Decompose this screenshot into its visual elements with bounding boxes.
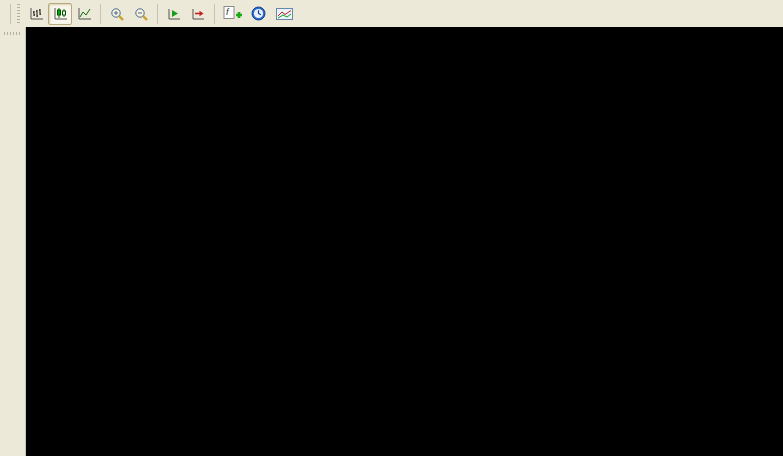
drawing-toolbar xyxy=(0,27,26,456)
bar-chart-button[interactable] xyxy=(24,3,48,25)
chart-shift-icon xyxy=(190,6,207,22)
candlestick-chart-button[interactable] xyxy=(48,3,72,25)
zoom-out-button[interactable] xyxy=(129,3,153,25)
line-chart-button[interactable] xyxy=(72,3,96,25)
zoom-in-button[interactable] xyxy=(105,3,129,25)
auto-scroll-icon xyxy=(166,6,183,22)
mt4-window: f xyxy=(0,0,783,456)
candlestick-chart-icon xyxy=(52,6,69,22)
toolbar-grip xyxy=(4,32,22,35)
toolbar-separator xyxy=(157,4,158,24)
templates-icon xyxy=(275,6,294,22)
chart-shift-button[interactable] xyxy=(186,3,210,25)
templates-button[interactable] xyxy=(272,3,299,25)
periods-button[interactable] xyxy=(247,3,272,25)
top-toolbar: f xyxy=(0,0,783,27)
indicators-icon: f xyxy=(222,5,242,22)
periods-clock-icon xyxy=(250,5,267,22)
bar-chart-icon xyxy=(28,6,45,22)
indicators-button[interactable]: f xyxy=(219,3,247,25)
toolbar-separator xyxy=(10,4,11,24)
auto-scroll-button[interactable] xyxy=(162,3,186,25)
zoom-out-icon xyxy=(133,6,150,22)
zoom-in-icon xyxy=(109,6,126,22)
toolbar-separator xyxy=(100,4,101,24)
line-chart-icon xyxy=(76,6,93,22)
toolbar-grip xyxy=(17,4,20,24)
chart-area xyxy=(26,27,783,456)
chart-canvas[interactable] xyxy=(26,27,783,456)
toolbar-separator xyxy=(214,4,215,24)
